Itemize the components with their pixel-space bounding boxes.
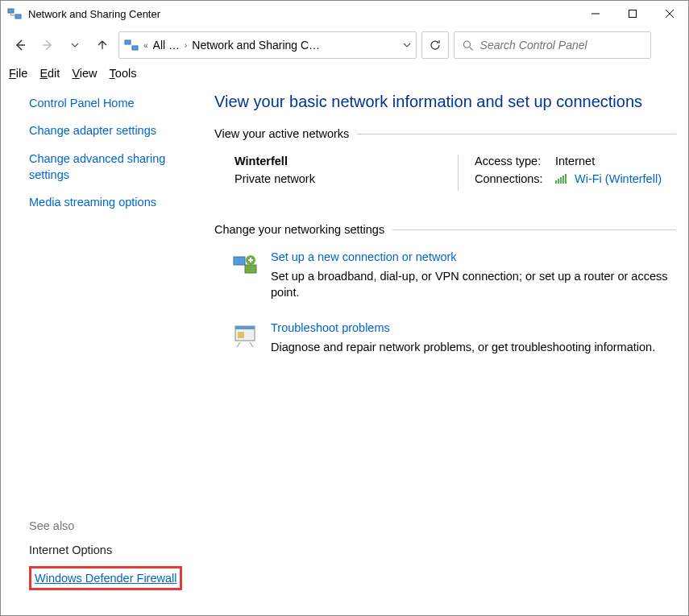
breadcrumb-prefix: « bbox=[143, 41, 148, 50]
connection-link[interactable]: Wi-Fi (Winterfell) bbox=[575, 172, 662, 185]
svg-rect-14 bbox=[560, 177, 562, 184]
seealso-section: See also Internet Options Windows Defend… bbox=[29, 519, 194, 597]
chevron-right-icon: › bbox=[185, 41, 187, 50]
highlight-annotation: Windows Defender Firewall bbox=[29, 566, 182, 590]
svg-rect-18 bbox=[245, 265, 256, 273]
troubleshoot-icon bbox=[230, 321, 259, 350]
settings-item-troubleshoot: Troubleshoot problems Diagnose and repai… bbox=[214, 321, 676, 355]
nav-up-button[interactable] bbox=[91, 34, 114, 56]
network-right: Access type: Internet Connections: bbox=[459, 155, 676, 191]
active-networks-header: View your active networks bbox=[214, 127, 676, 140]
change-settings-label: Change your networking settings bbox=[214, 223, 384, 236]
active-networks-label: View your active networks bbox=[214, 127, 349, 140]
menu-edit[interactable]: Edit bbox=[39, 67, 60, 80]
divider bbox=[357, 134, 676, 134]
breadcrumb[interactable]: « All … › Network and Sharing C… bbox=[118, 31, 417, 59]
menubar: File Edit View Tools bbox=[1, 64, 688, 83]
menu-view[interactable]: View bbox=[72, 67, 97, 80]
search-input[interactable] bbox=[480, 39, 642, 52]
titlebar: Network and Sharing Center bbox=[1, 1, 688, 27]
svg-rect-0 bbox=[8, 9, 14, 13]
connections-label: Connections: bbox=[475, 172, 555, 186]
svg-rect-13 bbox=[558, 179, 559, 184]
menu-file[interactable]: File bbox=[9, 67, 27, 80]
settings-item-setup: Set up a new connection or network Set u… bbox=[214, 250, 676, 301]
breadcrumb-dropdown-icon[interactable] bbox=[403, 41, 411, 49]
svg-rect-22 bbox=[238, 332, 244, 338]
active-network-row: Winterfell Private network Access type: … bbox=[214, 155, 676, 191]
window-title: Network and Sharing Center bbox=[28, 8, 577, 20]
setup-connection-link[interactable]: Set up a new connection or network bbox=[271, 250, 676, 263]
svg-rect-3 bbox=[629, 10, 637, 18]
setup-connection-icon bbox=[230, 250, 259, 279]
svg-rect-21 bbox=[235, 326, 255, 329]
svg-rect-9 bbox=[132, 46, 138, 50]
svg-rect-15 bbox=[562, 176, 564, 184]
main-panel: View your basic network information and … bbox=[214, 83, 688, 609]
search-icon bbox=[463, 39, 474, 52]
network-name: Winterfell bbox=[235, 155, 446, 167]
seealso-header: See also bbox=[29, 519, 194, 532]
sidebar: Control Panel Home Change adapter settin… bbox=[1, 83, 214, 609]
sidebar-change-advanced-sharing[interactable]: Change advanced sharing settings bbox=[29, 151, 194, 184]
network-type: Private network bbox=[235, 172, 446, 185]
maximize-button[interactable] bbox=[614, 1, 651, 27]
refresh-button[interactable] bbox=[421, 31, 449, 59]
sidebar-change-adapter[interactable]: Change adapter settings bbox=[29, 122, 194, 138]
navbar: « All … › Network and Sharing C… bbox=[1, 27, 688, 64]
nav-back-button[interactable] bbox=[9, 34, 31, 56]
main-heading: View your basic network information and … bbox=[214, 93, 676, 111]
divider bbox=[392, 229, 676, 230]
nav-recent-dropdown[interactable] bbox=[64, 34, 86, 56]
seealso-windows-defender-firewall[interactable]: Windows Defender Firewall bbox=[35, 572, 176, 585]
svg-rect-8 bbox=[125, 40, 131, 44]
svg-rect-17 bbox=[234, 257, 245, 265]
nav-forward-button[interactable] bbox=[36, 34, 59, 56]
svg-rect-16 bbox=[565, 174, 567, 184]
breadcrumb-seg1[interactable]: All … bbox=[153, 39, 180, 52]
sidebar-control-panel-home[interactable]: Control Panel Home bbox=[29, 95, 194, 111]
menu-tools[interactable]: Tools bbox=[110, 67, 137, 80]
seealso-internet-options[interactable]: Internet Options bbox=[29, 544, 194, 556]
sidebar-media-streaming[interactable]: Media streaming options bbox=[29, 194, 194, 210]
network-center-icon bbox=[7, 6, 22, 21]
network-left: Winterfell Private network bbox=[235, 155, 459, 191]
breadcrumb-icon bbox=[124, 38, 139, 52]
svg-line-11 bbox=[470, 47, 473, 50]
search-box[interactable] bbox=[454, 31, 651, 59]
breadcrumb-seg2[interactable]: Network and Sharing C… bbox=[192, 39, 320, 52]
troubleshoot-link[interactable]: Troubleshoot problems bbox=[271, 321, 655, 334]
minimize-button[interactable] bbox=[577, 1, 614, 27]
svg-rect-12 bbox=[555, 180, 557, 184]
setup-connection-desc: Set up a broadband, dial-up, or VPN conn… bbox=[271, 268, 676, 301]
access-type-label: Access type: bbox=[475, 155, 555, 167]
troubleshoot-desc: Diagnose and repair network problems, or… bbox=[271, 339, 655, 355]
change-settings-header: Change your networking settings bbox=[214, 223, 676, 236]
wifi-signal-icon bbox=[555, 173, 568, 186]
close-button[interactable] bbox=[651, 1, 688, 27]
svg-point-10 bbox=[463, 41, 470, 48]
content: Control Panel Home Change adapter settin… bbox=[1, 83, 688, 609]
access-type-value: Internet bbox=[555, 155, 595, 167]
svg-rect-1 bbox=[15, 14, 21, 19]
